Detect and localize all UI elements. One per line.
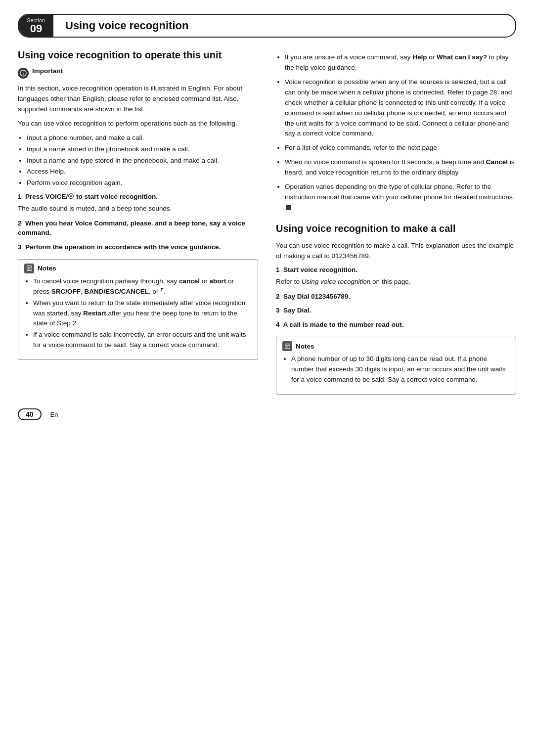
list-item: Input a phone number, and make a call. xyxy=(27,133,258,143)
step-2-title: 2 When you hear Voice Command, please. a… xyxy=(18,219,258,238)
footer: 40 En xyxy=(18,408,516,420)
call-notes-icon xyxy=(282,341,292,351)
step-1: 1 Press VOICE/☉ to start voice recogniti… xyxy=(18,192,258,214)
notes-list: To cancel voice recognition partway thro… xyxy=(33,276,252,351)
step-1-body: The audio sound is muted, and a beep ton… xyxy=(18,204,258,214)
feature-bullets: Input a phone number, and make a call. I… xyxy=(27,133,258,189)
step-1-title: 1 Press VOICE/☉ to start voice recogniti… xyxy=(18,192,258,202)
notes-svg-icon xyxy=(26,265,33,271)
notes-icon xyxy=(24,264,34,273)
para2: You can use voice recognition to perform… xyxy=(18,119,258,129)
right-column: If you are unsure of a voice command, sa… xyxy=(276,48,516,400)
call-step-3-title: 3 Say Dial. xyxy=(276,306,516,315)
call-notes-header: Notes xyxy=(282,341,510,351)
call-step-4-title: 4 A call is made to the number read out. xyxy=(276,320,516,330)
step-2: 2 When you hear Voice Command, please. a… xyxy=(18,219,258,238)
list-item: Voice recognition is possible when any o… xyxy=(285,77,516,139)
section-badge: Section 09 xyxy=(19,15,53,37)
list-item: When you want to return to the state imm… xyxy=(33,298,252,329)
notes-header: Notes xyxy=(24,264,252,273)
right-bullets: If you are unsure of a voice command, sa… xyxy=(285,52,516,213)
call-step-1: 1 Start voice recognition. Refer to Usin… xyxy=(276,266,516,287)
important-svg-icon: i xyxy=(20,70,27,77)
list-item: Input a name and type stored in the phon… xyxy=(27,156,258,166)
list-item: For a list of voice commands, refer to t… xyxy=(285,143,516,153)
list-item: Operation varies depending on the type o… xyxy=(285,182,516,213)
main-content: Using voice recognition to operate this … xyxy=(18,48,516,400)
call-step-2: 2 Say Dial 0123456789. xyxy=(276,292,516,302)
list-item: If a voice command is said incorrectly, … xyxy=(33,330,252,351)
call-step-1-title: 1 Start voice recognition. xyxy=(276,266,516,275)
call-step-1-body: Refer to Using voice recognition on this… xyxy=(276,277,516,287)
important-box: i Important xyxy=(18,67,258,79)
svg-text:i: i xyxy=(23,71,24,76)
call-notes-svg-icon xyxy=(284,343,291,350)
important-icon: i xyxy=(18,68,29,79)
page-number-badge: 40 xyxy=(18,408,42,420)
footer-lang: En xyxy=(50,411,58,418)
section-num: 09 xyxy=(30,22,42,35)
header-bar: Section 09 Using voice recognition xyxy=(18,14,516,38)
call-step-3: 3 Say Dial. xyxy=(276,306,516,315)
list-item: Input a name stored in the phonebook and… xyxy=(27,144,258,155)
notes-label: Notes xyxy=(38,265,56,272)
list-item: Perform voice recognition again. xyxy=(27,178,258,188)
call-step-2-title: 2 Say Dial 0123456789. xyxy=(276,292,516,302)
list-item: If you are unsure of a voice command, sa… xyxy=(285,52,516,73)
list-item: When no voice command is spoken for 8 se… xyxy=(285,157,516,178)
call-notes-box: Notes A phone number of up to 30 digits … xyxy=(276,337,516,395)
list-item: To cancel voice recognition partway thro… xyxy=(33,276,252,297)
list-item: Access Help. xyxy=(27,167,258,177)
call-notes-label: Notes xyxy=(296,343,314,350)
page: Section 09 Using voice recognition Using… xyxy=(0,14,534,756)
main-section-title: Using voice recognition to operate this … xyxy=(18,48,258,61)
make-call-intro: You can use voice recognition to make a … xyxy=(276,241,516,262)
important-label: Important xyxy=(32,67,63,75)
intro-text: In this section, voice recognition opera… xyxy=(18,84,258,115)
step-3-title: 3 Perform the operation in accordance wi… xyxy=(18,243,258,252)
notes-box: Notes To cancel voice recognition partwa… xyxy=(18,259,258,360)
left-column: Using voice recognition to operate this … xyxy=(18,48,258,400)
make-call-title: Using voice recognition to make a call xyxy=(276,222,516,235)
header-title: Using voice recognition xyxy=(53,19,515,32)
call-step-4: 4 A call is made to the number read out. xyxy=(276,320,516,330)
end-mark xyxy=(286,205,291,210)
call-notes-list: A phone number of up to 30 digits long c… xyxy=(291,354,510,385)
list-item: A phone number of up to 30 digits long c… xyxy=(291,354,510,385)
step-3: 3 Perform the operation in accordance wi… xyxy=(18,243,258,252)
